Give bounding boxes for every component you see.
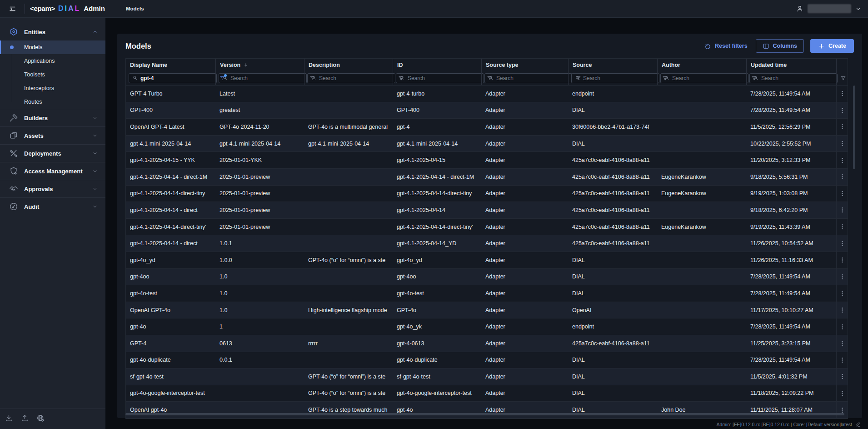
funnel-icon[interactable] xyxy=(662,76,668,81)
reset-filters-button[interactable]: Reset filters xyxy=(703,40,749,52)
funnel-icon[interactable] xyxy=(398,76,404,81)
sidebar-section-entities[interactable]: Entities xyxy=(0,23,105,40)
upload-icon[interactable] xyxy=(20,413,30,424)
vertical-scrollbar-thumb[interactable] xyxy=(853,86,855,169)
table-row[interactable]: gpt-4o1gpt-4o_ykAdapterendpoint7/28/2025… xyxy=(126,318,848,335)
table-row[interactable]: gpt-4.1-2025-04-14 - direct-1M2025-01-01… xyxy=(126,169,848,186)
row-menu-kebab-icon[interactable] xyxy=(838,306,847,314)
sidebar-section-approvals[interactable]: Approvals xyxy=(0,180,105,197)
table-row[interactable]: gpt-4.1-mini-2025-04-14gpt-4.1-mini-2025… xyxy=(126,136,848,152)
row-menu-kebab-icon[interactable] xyxy=(838,239,847,248)
cell-id: gpt-4.1-2025-04-14_YD xyxy=(393,235,481,252)
table-row[interactable]: OpenAI GPT-4 LatestGPT-4o 2024-11-20GPT-… xyxy=(126,119,848,136)
filter-version-searchbox[interactable] xyxy=(219,73,307,83)
row-menu-kebab-icon[interactable] xyxy=(838,273,847,281)
cell-description: GPT-4o is a step towards much xyxy=(304,402,393,418)
row-menu-kebab-icon[interactable] xyxy=(838,256,847,264)
sidebar-section-access-management[interactable]: Access Management xyxy=(0,162,105,180)
globe-settings-icon[interactable] xyxy=(35,413,46,424)
sidebar-section-deployments[interactable]: Deployments xyxy=(0,145,105,162)
column-header-id[interactable]: ID xyxy=(393,59,481,71)
sidebar-item-interceptors[interactable]: Interceptors xyxy=(0,81,105,95)
sidebar-section-audit[interactable]: Audit xyxy=(0,198,105,215)
table-row[interactable]: gpt-4.1-2025-04-14 - direct1.0.1gpt-4.1-… xyxy=(126,235,848,252)
table-row[interactable]: sf-gpt-4o-testGPT-4o (“o” for “omni”) is… xyxy=(126,368,848,385)
edit-versions-pencil-icon[interactable] xyxy=(855,421,861,427)
table-row[interactable]: gpt-4o_yd1.0.0GPT-4o (“o” for “omni”) is… xyxy=(126,252,848,269)
row-menu-kebab-icon[interactable] xyxy=(838,372,847,381)
column-header-author[interactable]: Author xyxy=(657,59,746,71)
table-row[interactable]: gpt-4oo1.0gpt-4ooAdapterDIAL7/28/2025, 1… xyxy=(126,269,848,286)
row-menu-kebab-icon[interactable] xyxy=(838,189,847,198)
table-row[interactable]: gpt-4.1-2025-04-14-direct-tiny'2025-01-0… xyxy=(126,219,848,236)
funnel-icon[interactable] xyxy=(751,76,757,81)
row-menu-kebab-icon[interactable] xyxy=(838,289,847,298)
filter-version-input[interactable] xyxy=(230,75,303,81)
table-row[interactable]: gpt-4.1-2025-04-14 - direct2025-01-01-pr… xyxy=(126,202,848,219)
table-row[interactable]: gpt-4o-test1.0gpt-4o-testAdapterDIAL7/28… xyxy=(126,285,848,302)
funnel-icon[interactable] xyxy=(219,76,225,81)
filter-source_type-searchbox[interactable] xyxy=(484,73,573,83)
table-row[interactable]: gpt-4.1-2025-04-14-direct-tiny2025-01-01… xyxy=(126,186,848,202)
download-icon[interactable] xyxy=(4,413,14,424)
sort-desc-icon[interactable] xyxy=(243,62,249,68)
table-row[interactable]: OpenAI GPT-4o1.0High-intelligence flagsh… xyxy=(126,302,848,319)
row-menu-kebab-icon[interactable] xyxy=(838,323,847,331)
horizontal-scrollbar-thumb[interactable] xyxy=(125,413,844,415)
sidebar-section-assets[interactable]: Assets xyxy=(0,127,105,144)
filter-source-searchbox[interactable] xyxy=(571,73,659,83)
sidebar-item-models[interactable]: Models xyxy=(0,40,105,54)
sidebar-collapse-icon[interactable] xyxy=(5,3,19,15)
filter-description-searchbox[interactable] xyxy=(307,73,395,83)
filter-description-input[interactable] xyxy=(319,75,392,81)
user-name-redacted[interactable] xyxy=(808,4,851,13)
row-menu-kebab-icon[interactable] xyxy=(838,172,847,181)
create-button[interactable]: Create xyxy=(810,39,854,53)
sidebar-section-builders[interactable]: Builders xyxy=(0,109,105,126)
cell-display_name: OpenAI gpt-4o xyxy=(126,402,215,418)
row-menu-kebab-icon[interactable] xyxy=(838,339,847,348)
table-row[interactable]: GPT-4 TurboLatestgpt-4-turboAdapterendpo… xyxy=(126,86,848,102)
row-menu-kebab-icon[interactable] xyxy=(838,106,847,115)
filter-author-searchbox[interactable] xyxy=(660,73,748,83)
filter-id-input[interactable] xyxy=(408,75,480,81)
row-menu-kebab-icon[interactable] xyxy=(838,89,847,98)
row-menu-kebab-icon[interactable] xyxy=(838,156,847,165)
table-row[interactable]: OpenAI gpt-4oGPT-4o is a step towards mu… xyxy=(126,402,848,419)
table-row[interactable]: gpt-4o-duplicate0.0.1gpt-4o-duplicateAda… xyxy=(126,352,848,369)
filter-display_name-input[interactable] xyxy=(140,75,213,81)
filter-source-input[interactable] xyxy=(583,75,656,81)
filter-updated_time-input[interactable] xyxy=(761,75,834,81)
table-row[interactable]: gpt-4o-google-interceptor-testGPT-4o (“o… xyxy=(126,385,848,402)
table-row[interactable]: GPT-400greatestGPT-400AdapterDIAL7/28/20… xyxy=(126,102,848,119)
column-header-description[interactable]: Description xyxy=(304,59,393,71)
filter-source_type-input[interactable] xyxy=(496,75,569,81)
funnel-icon[interactable] xyxy=(309,76,315,81)
columns-button[interactable]: Columns xyxy=(756,39,804,53)
filter-updated_time-searchbox[interactable] xyxy=(749,73,838,83)
column-header-version[interactable]: Version xyxy=(215,59,304,71)
filter-display_name-searchbox[interactable] xyxy=(129,73,217,83)
user-icon[interactable] xyxy=(796,5,804,13)
column-header-display_name[interactable]: Display Name xyxy=(126,59,215,71)
sidebar-item-applications[interactable]: Applications xyxy=(0,54,105,68)
row-menu-kebab-icon[interactable] xyxy=(838,222,847,231)
filter-id-searchbox[interactable] xyxy=(396,73,484,83)
row-menu-kebab-icon[interactable] xyxy=(838,356,847,364)
user-menu-chevron-down-icon[interactable] xyxy=(855,5,862,12)
row-menu-kebab-icon[interactable] xyxy=(838,122,847,131)
row-menu-kebab-icon[interactable] xyxy=(838,206,847,214)
funnel-icon[interactable] xyxy=(487,76,493,81)
sidebar-item-toolsets[interactable]: Toolsets xyxy=(0,68,105,81)
column-header-source_type[interactable]: Source type xyxy=(481,59,568,71)
row-menu-kebab-icon[interactable] xyxy=(838,389,847,398)
filter-author-input[interactable] xyxy=(672,75,745,81)
funnel-icon[interactable] xyxy=(575,76,581,81)
column-header-updated_time[interactable]: Updated time xyxy=(746,59,836,71)
table-row[interactable]: GPT-40613rrrrrgpt-4-0613Adapter425a7c0c-… xyxy=(126,335,848,352)
table-row[interactable]: gpt-4.1-2025-04-15 - YYK2025-01-01-YKKgp… xyxy=(126,152,848,169)
row-menu-kebab-icon[interactable] xyxy=(838,139,847,148)
sidebar-item-routes[interactable]: Routes xyxy=(0,95,105,109)
funnel-icon[interactable] xyxy=(840,76,846,81)
column-header-source[interactable]: Source xyxy=(568,59,657,71)
